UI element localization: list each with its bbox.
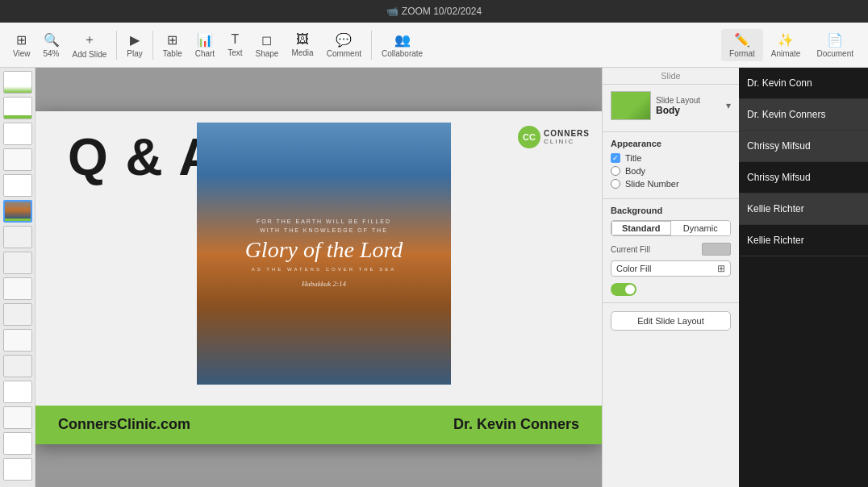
text-icon: T (231, 32, 239, 47)
comment-button[interactable]: 💬 Comment (320, 29, 368, 61)
slide-thumb-1[interactable] (3, 71, 32, 94)
collaborate-label: Collaborate (382, 49, 423, 58)
fill-select-row[interactable]: Color Fill ⊞ (611, 260, 731, 277)
standard-button[interactable]: Standard (611, 221, 671, 235)
format-label: Format (729, 49, 755, 58)
toolbar-separator-3 (371, 31, 372, 60)
table-button[interactable]: ⊞ Table (156, 29, 189, 61)
slide-thumb-14[interactable] (3, 406, 32, 429)
slide-layout-label: Slide Layout (656, 96, 700, 105)
current-fill-row: Current Fill (611, 243, 731, 256)
slide-thumb-11[interactable] (3, 329, 32, 352)
participant-item-5[interactable]: Kellie Richter (739, 194, 868, 225)
slide-thumb-3[interactable] (3, 123, 32, 145)
canvas-area: Q & A CC CONNERS CLINIC FOR THE EARTH WI… (35, 68, 602, 487)
slide-qa-text: Q & A (68, 127, 217, 187)
background-section: Background Standard Dynamic Current Fill… (603, 199, 739, 303)
image-script: Glory of the Lord (245, 238, 403, 263)
slide-thumb-13[interactable] (3, 381, 32, 403)
comment-label: Comment (327, 49, 361, 58)
slide-footer: ConnersClinic.com Dr. Kevin Conners (35, 406, 602, 444)
slide-thumb-2[interactable] (3, 97, 32, 119)
toggle-row (611, 283, 731, 296)
slide-number-row: Slide Number (611, 179, 731, 189)
appearance-section: Appearance Title Body Slide Number (603, 132, 739, 199)
logo-circle: CC (518, 126, 540, 148)
toolbar: ⊞ View 🔍 54% ＋ Add Slide ▶ Play ⊞ Table … (0, 23, 868, 68)
format-tab[interactable]: ✏️ Format (721, 29, 763, 61)
slide-thumb-7[interactable] (3, 226, 32, 248)
comment-icon: 💬 (336, 32, 352, 48)
right-panel: Slide Slide Layout Body ▾ Appearance Tit… (602, 68, 739, 487)
document-icon: 📄 (827, 32, 843, 48)
main-area: Q & A CC CONNERS CLINIC FOR THE EARTH WI… (0, 68, 868, 487)
collaborate-button[interactable]: 👥 Collaborate (375, 29, 429, 61)
slide-thumb-12[interactable] (3, 355, 32, 377)
chart-label: Chart (195, 49, 215, 58)
slide-panel (0, 68, 35, 487)
view-button[interactable]: ⊞ View (6, 29, 37, 61)
participant-name-5: Kellie Richter (747, 203, 860, 214)
body-label: Body (656, 105, 700, 116)
slide-logo: CC CONNERS CLINIC (518, 126, 590, 148)
participant-item-3[interactable]: Chrissy Mifsud (739, 131, 868, 162)
table-label: Table (163, 49, 182, 58)
layout-info: Slide Layout Body (656, 96, 700, 116)
zoom-label: 54% (44, 49, 60, 58)
participant-name-6: Kellie Richter (747, 235, 860, 246)
layout-thumb (611, 91, 651, 120)
zoom-icon-toolbar: 🔍 (44, 32, 60, 48)
animate-tab[interactable]: ✨ Animate (763, 29, 809, 61)
background-title: Background (611, 206, 731, 215)
add-slide-label: Add Slide (73, 50, 107, 59)
layout-chevron-icon[interactable]: ▾ (726, 100, 731, 111)
chart-button[interactable]: 📊 Chart (189, 29, 221, 61)
zoom-button[interactable]: 🔍 54% (37, 29, 66, 61)
fill-toggle[interactable] (611, 283, 636, 296)
image-ref: Habakkuk 2:14 (302, 280, 346, 288)
body-radio[interactable] (611, 166, 620, 176)
slide-number-radio[interactable] (611, 179, 620, 189)
zoom-icon: 📹 (386, 6, 399, 17)
dynamic-button[interactable]: Dynamic (671, 221, 731, 235)
slide-thumb-9[interactable] (3, 277, 32, 300)
slide-canvas[interactable]: Q & A CC CONNERS CLINIC FOR THE EARTH WI… (35, 111, 602, 444)
media-label: Media (291, 48, 313, 57)
shape-button[interactable]: ◻ Shape (248, 29, 285, 61)
slide-thumb-6[interactable] (3, 200, 32, 223)
slide-thumb-16[interactable] (3, 458, 32, 481)
participant-item-2[interactable]: Dr. Kevin Conners (739, 99, 868, 131)
animate-icon: ✨ (778, 32, 794, 48)
participant-item-1[interactable]: Dr. Kevin Conn (739, 68, 868, 99)
title-row: Title (611, 153, 731, 163)
slide-layout-section: Slide Layout Body ▾ (603, 85, 739, 132)
fill-swatch[interactable] (702, 243, 731, 256)
participant-item-4[interactable]: Chrissy Mifsud (739, 162, 868, 194)
text-button[interactable]: T Text (221, 29, 248, 60)
participant-name-1: Dr. Kevin Conn (747, 77, 860, 89)
collaborate-icon: 👥 (394, 32, 411, 48)
slide-thumb-5[interactable] (3, 174, 32, 197)
title-checkbox[interactable] (611, 153, 620, 163)
play-button[interactable]: ▶ Play (120, 29, 148, 61)
text-label: Text (227, 48, 242, 57)
footer-left: ConnersClinic.com (58, 416, 190, 433)
participant-item-6[interactable]: Kellie Richter (739, 225, 868, 256)
media-button[interactable]: 🖼 Media (285, 29, 319, 60)
logo-initials: CC (523, 132, 536, 142)
toolbar-separator-1 (116, 31, 117, 60)
slide-section-label: Slide (603, 68, 739, 85)
add-slide-button[interactable]: ＋ Add Slide (66, 28, 114, 62)
format-icon: ✏️ (734, 32, 750, 48)
slide-thumb-10[interactable] (3, 303, 32, 326)
play-label: Play (127, 49, 142, 58)
slide-thumb-4[interactable] (3, 148, 32, 171)
body-row: Body (611, 166, 731, 176)
shape-icon: ◻ (261, 32, 272, 48)
slide-thumb-8[interactable] (3, 252, 32, 274)
slide-thumb-15[interactable] (3, 432, 32, 455)
slide-scripture-image: FOR THE EARTH WILL BE FILLED WITH THE KN… (197, 123, 451, 385)
bg-buttons: Standard Dynamic (611, 220, 731, 236)
document-tab[interactable]: 📄 Document (808, 29, 862, 61)
edit-layout-button[interactable]: Edit Slide Layout (611, 311, 731, 331)
